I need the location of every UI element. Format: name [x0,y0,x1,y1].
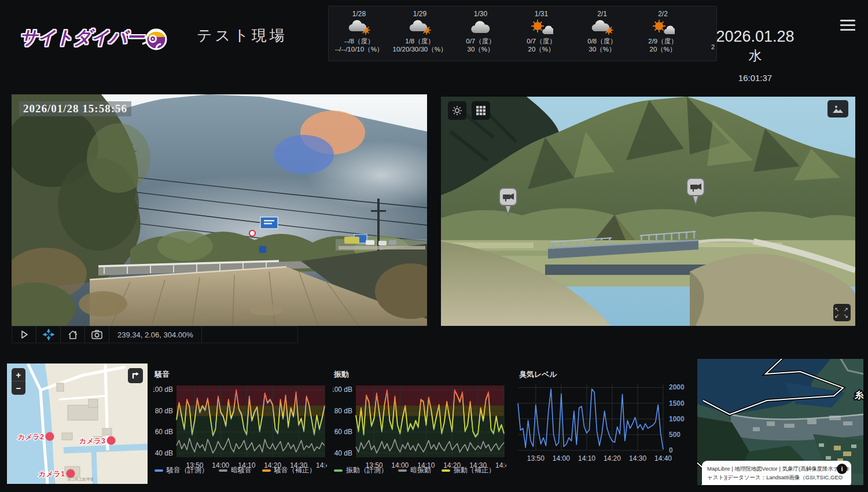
control-bar-spacer [202,326,297,343]
weather-icon [348,19,371,36]
legend-label: 騒音（計測） [167,465,208,475]
attribution-line1: MapLibre | 地理院地図Vector | 気象庁(高解像度降水ナウキ [707,465,850,472]
camera3-marker[interactable] [107,436,116,445]
camera2-marker[interactable] [46,432,54,441]
terrain-3d-scene [441,97,855,326]
svg-text:60 dB: 60 dB [334,428,352,436]
svg-text:80 dB: 80 dB [155,407,173,415]
legend-item[interactable]: 暗振動 [398,465,431,475]
pan-control-button[interactable] [36,326,61,343]
minimap-rotate-button[interactable] [128,368,143,383]
zoom-out-button[interactable]: − [12,381,25,395]
weather-icon [530,19,553,36]
noise-chart-legend: 騒音（計測）暗騒音騒音（補正） [155,465,316,475]
svg-text:0: 0 [669,446,673,454]
corner-arrow-icon [131,372,139,380]
legend-label: 暗振動 [410,465,431,475]
grid-icon [476,105,486,116]
zoom-in-button[interactable]: + [12,368,25,381]
brightness-toggle-button[interactable] [448,101,466,120]
svg-text:14:10: 14:10 [578,454,595,462]
svg-text:14:40: 14:40 [654,454,672,462]
svg-text:100 dB: 100 dB [153,385,173,394]
weather-day: 2/1 0/8（度） 30（%） [572,6,632,61]
svg-text:14:20: 14:20 [604,454,621,462]
hamburger-menu-icon[interactable] [840,20,855,31]
weather-day: 1/28 --/8（度） --/--/10/10（%） [329,6,389,61]
odor-chart-title: 臭気レベル [512,366,692,380]
satellite-map[interactable]: 糸 MapLibre | 地理院地図Vector | 気象庁(高解像度降水ナウキ… [697,359,863,485]
svg-text:40 dB: 40 dB [334,449,352,457]
logo-chameleon-icon [141,23,171,52]
satmap-place-label: 糸 [854,390,863,400]
camera3-label: カメラ3 [79,437,105,445]
odor-chart-panel: 臭気レベル 13:5014:0014:1014:2014:3014:402000… [512,366,692,482]
svg-text:14:40: 14:40 [495,461,506,469]
legend-item[interactable]: 暗騒音 [219,465,252,475]
vibration-chart-legend: 振動（計測）暗振動振動（補正） [334,465,495,475]
current-date: 2026.01.28 水 [709,28,801,65]
svg-text:13:50: 13:50 [527,454,545,462]
weather-icon [652,19,675,36]
vibration-chart-title: 振動 [333,366,506,380]
play-button[interactable] [12,326,36,343]
camera1-label: カメラ1 [39,470,65,478]
snapshot-button[interactable] [85,326,109,343]
legend-color-dash [442,469,450,472]
legend-item[interactable]: 騒音（補正） [262,465,316,475]
image-icon [832,104,844,113]
vibration-chart[interactable]: 13:5014:0014:1014:2014:3014:40100 dB80 d… [333,379,506,473]
play-icon [20,330,29,339]
odor-level-chart[interactable]: 13:5014:0014:1014:2014:3014:402000150010… [516,379,692,473]
imagery-toggle-button[interactable] [827,100,848,118]
weather-icon [469,19,492,36]
logo-text: サイトダイバー [20,25,144,50]
legend-color-dash [398,469,407,472]
weather-icon [591,19,614,36]
terrain-3d-view[interactable]: ↖ ↗↙ ↘ [441,97,855,326]
weather-day: 2/2 2/9（度） 20（%） [632,6,693,61]
weather-day: 1/30 0/7（度） 30（%） [450,6,511,61]
weather-icon [409,19,432,36]
live-camera-view[interactable]: 2026/01/28 15:58:56 [12,94,427,326]
site-minimap[interactable]: カメラ2 カメラ3 カメラ1 深江残土処理場 + − [7,364,148,484]
svg-text:i: i [841,465,843,472]
app-logo[interactable]: サイトダイバー [20,23,171,52]
home-position-button[interactable] [61,326,85,343]
noise-chart-panel: 騒音 13:5014:0014:1014:2014:3014:40100 dB8… [153,366,327,482]
legend-color-dash [262,469,271,472]
grid-toggle-button[interactable] [472,101,490,120]
svg-text:40 dB: 40 dB [155,449,173,457]
legend-label: 振動（計測） [346,465,388,475]
camera-timestamp-overlay: 2026/01/28 15:58:56 [19,101,131,116]
svg-text:2000: 2000 [669,383,685,391]
page-title: テスト現場 [197,25,288,46]
svg-text:60 dB: 60 dB [155,428,173,436]
noise-chart-title: 騒音 [153,366,327,380]
svg-text:1500: 1500 [669,399,685,407]
minimap-place-label: 深江残土処理場 [67,477,94,482]
legend-label: 暗騒音 [231,465,252,475]
satellite-map-canvas: 糸 MapLibre | 地理院地図Vector | 気象庁(高解像度降水ナウキ… [697,359,863,485]
legend-label: 騒音（補正） [274,465,316,475]
fullscreen-button[interactable]: ↖ ↗↙ ↘ [833,304,851,321]
map-attribution: MapLibre | 地理院地図Vector | 気象庁(高解像度降水ナウキ ャ… [702,461,851,485]
legend-color-dash [219,469,227,472]
weather-day: 1/29 1/8（度） 10/20/30/30（%） [389,6,450,61]
dashboard-root: { "header": { "logo_text": "サイトダイバー", "s… [0,0,868,492]
svg-text:80 dB: 80 dB [334,407,352,415]
camera-video-frame [12,94,427,326]
pan-arrows-icon [43,329,54,340]
legend-item[interactable]: 振動（計測） [334,465,388,475]
legend-item[interactable]: 騒音（計測） [155,465,208,475]
attribution-line2: ャスト)|データソース：Landsat8画像（GSI,TSIC,GEO [707,474,843,480]
legend-color-dash [155,469,163,472]
noise-chart[interactable]: 13:5014:0014:1014:2014:3014:40100 dB80 d… [153,379,327,473]
svg-text:1000: 1000 [669,415,685,423]
camera-control-bar: 239.34, 2.06, 304.00% [12,326,298,343]
legend-item[interactable]: 振動（補正） [442,465,495,475]
camera-icon [91,330,102,339]
legend-label: 振動（補正） [454,465,495,475]
svg-text:14:00: 14:00 [553,454,570,462]
svg-text:500: 500 [669,431,681,439]
